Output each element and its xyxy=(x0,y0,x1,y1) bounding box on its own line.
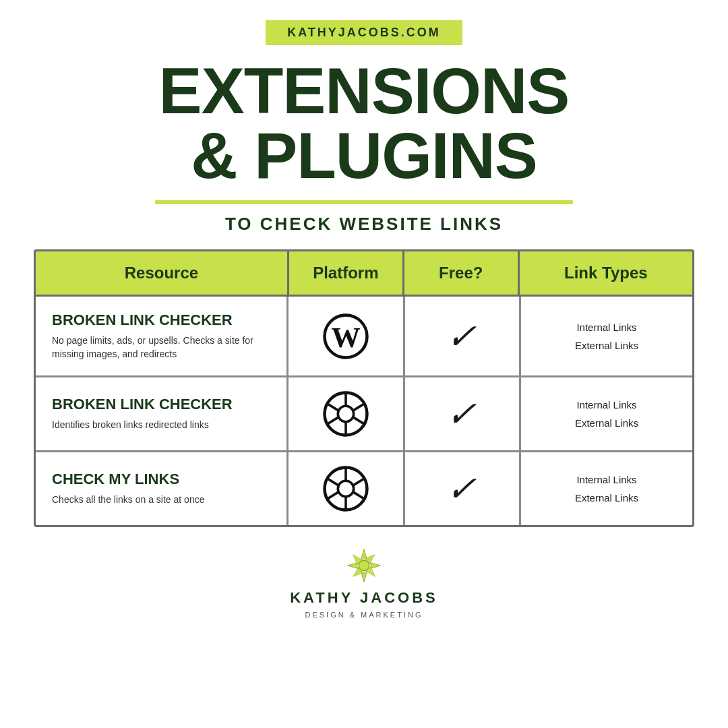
resource-name-2: BROKEN LINK CHECKER xyxy=(52,396,233,413)
svg-line-7 xyxy=(354,418,366,425)
svg-text:W: W xyxy=(332,321,361,353)
footer-name: KATHY JACOBS xyxy=(290,589,438,607)
svg-line-17 xyxy=(326,493,338,500)
badge-text: KATHYJACOBS.COM xyxy=(287,26,441,39)
svg-line-6 xyxy=(326,403,338,411)
free-cell-2: ✓ xyxy=(405,377,519,450)
col-header-resource: Resource xyxy=(36,251,289,295)
subtitle: TO CHECK WEBSITE LINKS xyxy=(225,214,503,235)
svg-line-9 xyxy=(326,418,338,425)
svg-line-15 xyxy=(354,493,366,500)
svg-point-3 xyxy=(338,406,353,421)
page-wrapper: KATHYJACOBS.COM EXTENSIONS & PLUGINS TO … xyxy=(0,0,728,728)
platform-cell-3 xyxy=(289,452,402,525)
col-header-platform: Platform xyxy=(289,251,404,295)
checkmark-1: ✓ xyxy=(446,316,479,357)
footer: KATHY JACOBS DESIGN & MARKETING xyxy=(290,546,438,619)
wordpress-icon: W xyxy=(322,312,370,361)
table-row: CHECK MY LINKS Checks all the links on a… xyxy=(36,452,692,525)
platform-cell-1: W xyxy=(289,297,402,375)
resource-desc-3: Checks all the links on a site at once xyxy=(52,493,204,507)
linktypes-cell-2: Internal Links External Links xyxy=(521,377,692,450)
resource-name-1: BROKEN LINK CHECKER xyxy=(52,311,233,329)
title-divider xyxy=(155,200,573,204)
checkmark-3: ✓ xyxy=(446,468,479,509)
table-header: Resource Platform Free? Link Types xyxy=(36,251,692,297)
linktypes-cell-3: Internal Links External Links xyxy=(521,452,692,525)
col-header-linktypes: Link Types xyxy=(520,251,692,295)
svg-line-8 xyxy=(354,403,366,411)
table-row: BROKEN LINK CHECKER No page limits, ads,… xyxy=(36,297,692,375)
resource-desc-2: Identifies broken links redirected links xyxy=(52,419,209,432)
main-table: Resource Platform Free? Link Types BROKE… xyxy=(34,249,694,527)
resource-cell-2: BROKEN LINK CHECKER Identifies broken li… xyxy=(36,377,286,450)
linktypes-cell-1: Internal Links External Links xyxy=(521,297,692,375)
svg-point-11 xyxy=(338,481,353,496)
resource-cell-1: BROKEN LINK CHECKER No page limits, ads,… xyxy=(36,297,286,375)
col-header-free: Free? xyxy=(404,251,520,295)
resource-cell-3: CHECK MY LINKS Checks all the links on a… xyxy=(36,452,286,525)
svg-line-14 xyxy=(326,478,338,485)
svg-point-26 xyxy=(359,560,369,570)
footer-logo-icon xyxy=(344,546,384,585)
resource-desc-1: No page limits, ads, or upsells. Checks … xyxy=(52,334,270,361)
link-types-1: Internal Links External Links xyxy=(575,318,638,355)
resource-name-3: CHECK MY LINKS xyxy=(52,471,179,488)
link-types-3: Internal Links External Links xyxy=(575,471,638,507)
chrome-icon-3 xyxy=(322,464,370,513)
chrome-icon-2 xyxy=(322,390,370,438)
free-cell-3: ✓ xyxy=(405,452,519,525)
link-types-2: Internal Links External Links xyxy=(575,396,638,432)
platform-cell-2 xyxy=(289,377,402,450)
checkmark-2: ✓ xyxy=(446,394,479,434)
footer-sub: DESIGN & MARKETING xyxy=(305,611,423,619)
svg-line-16 xyxy=(354,478,366,485)
table-row: BROKEN LINK CHECKER Identifies broken li… xyxy=(36,377,692,450)
main-title: EXTENSIONS & PLUGINS xyxy=(159,59,570,188)
top-badge: KATHYJACOBS.COM xyxy=(266,20,462,45)
free-cell-1: ✓ xyxy=(405,297,519,375)
table-body: BROKEN LINK CHECKER No page limits, ads,… xyxy=(36,297,692,525)
